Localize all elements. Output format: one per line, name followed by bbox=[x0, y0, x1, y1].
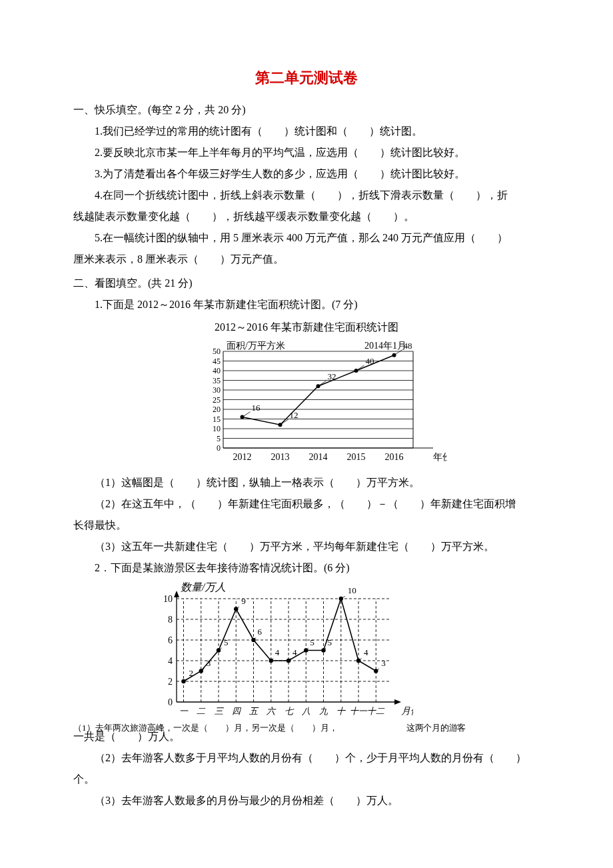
svg-text:八: 八 bbox=[301, 706, 310, 716]
q1-3: 3.为了清楚看出各个年级三好学生人数的多少，应选用（ ）统计图比较好。 bbox=[73, 163, 540, 185]
svg-point-39 bbox=[316, 384, 320, 388]
q2-2-1a: （1）去年两次旅游高峰，一次是（ ）月，另一次是（ ）月， bbox=[73, 719, 338, 737]
svg-text:10: 10 bbox=[213, 424, 221, 433]
svg-text:45: 45 bbox=[213, 357, 221, 366]
svg-text:48: 48 bbox=[404, 341, 412, 351]
q2-2: 2．下面是某旅游景区去年接待游客情况统计图。(6 分) bbox=[73, 557, 540, 579]
svg-text:6: 6 bbox=[168, 635, 173, 645]
svg-text:20: 20 bbox=[213, 405, 221, 414]
q1-4b: 线越陡表示数量变化越（ ），折线越平缓表示数量变化越（ ）。 bbox=[73, 206, 540, 227]
svg-text:2: 2 bbox=[168, 677, 173, 687]
q1-1: 1.我们已经学过的常用的统计图有（ ）统计图和（ ）统计图。 bbox=[73, 121, 540, 142]
q2-1-2a: （2）在这五年中，（ ）年新建住宅面积最多，（ ）－（ ）年新建住宅面积增 bbox=[73, 493, 540, 515]
svg-text:2012: 2012 bbox=[233, 452, 252, 462]
svg-text:5: 5 bbox=[310, 637, 314, 647]
svg-text:2014: 2014 bbox=[309, 452, 328, 462]
q2-1-3: （3）这五年一共新建住宅（ ）万平方米，平均每年新建住宅（ ）万平方米。 bbox=[73, 536, 540, 557]
svg-marker-49 bbox=[174, 591, 179, 597]
svg-text:5: 5 bbox=[328, 637, 332, 647]
q2-2-2a: （2）去年游客人数多于月平均人数的月份有（ ）个，少于月平均人数的月份有（ ） bbox=[73, 747, 540, 769]
svg-text:25: 25 bbox=[213, 395, 221, 405]
svg-text:一: 一 bbox=[179, 706, 189, 716]
svg-text:数量/万人: 数量/万人 bbox=[181, 581, 226, 593]
q2-2-1b: 这两个月的游客 bbox=[406, 719, 466, 737]
chart2: 0246810一二三四五六七八九十十一十二月份数量/万人235964455104… bbox=[147, 579, 540, 726]
svg-text:2016: 2016 bbox=[385, 452, 404, 462]
svg-text:50: 50 bbox=[213, 347, 221, 356]
svg-text:40: 40 bbox=[213, 366, 221, 375]
svg-text:32: 32 bbox=[328, 371, 336, 381]
svg-text:10: 10 bbox=[163, 594, 173, 604]
section-2-heading: 二、看图填空。(共 21 分) bbox=[73, 273, 540, 294]
svg-marker-51 bbox=[394, 699, 401, 705]
q1-5a: 5.在一幅统计图的纵轴中，用 5 厘米表示 400 万元产值，那么 240 万元… bbox=[73, 227, 540, 249]
chart1-title: 2012～2016 年某市新建住宅面积统计图 bbox=[73, 317, 540, 338]
q1-5b: 厘米来表示，8 厘米表示（ ）万元产值。 bbox=[73, 249, 540, 270]
q2-2-2b: 个。 bbox=[73, 769, 540, 790]
svg-text:0: 0 bbox=[168, 697, 173, 707]
q2-1: 1.下面是 2012～2016 年某市新建住宅面积统计图。(7 分) bbox=[73, 294, 540, 315]
svg-text:0: 0 bbox=[217, 443, 221, 453]
q2-2-3: （3）去年游客人数最多的月份与最少的月份相差（ ）万人。 bbox=[73, 790, 540, 811]
svg-text:五: 五 bbox=[249, 706, 259, 716]
svg-text:九: 九 bbox=[319, 706, 328, 716]
svg-text:4: 4 bbox=[168, 656, 173, 666]
svg-text:40: 40 bbox=[366, 356, 374, 366]
page-title: 第二单元测试卷 bbox=[73, 63, 540, 93]
svg-point-36 bbox=[279, 423, 283, 427]
svg-text:12: 12 bbox=[290, 410, 299, 420]
svg-line-46 bbox=[394, 350, 402, 355]
svg-text:9: 9 bbox=[241, 596, 246, 606]
svg-text:三: 三 bbox=[215, 706, 225, 716]
svg-text:5: 5 bbox=[224, 637, 229, 647]
svg-text:2013: 2013 bbox=[271, 452, 290, 462]
svg-text:六: 六 bbox=[266, 706, 277, 716]
svg-text:8: 8 bbox=[168, 615, 173, 625]
svg-text:15: 15 bbox=[213, 415, 221, 424]
svg-point-116 bbox=[339, 597, 343, 601]
svg-text:年份: 年份 bbox=[433, 452, 446, 462]
q1-2: 2.要反映北京市某一年上半年每月的平均气温，应选用（ ）统计图比较好。 bbox=[73, 142, 540, 163]
svg-text:2: 2 bbox=[189, 668, 194, 678]
svg-text:30: 30 bbox=[213, 385, 221, 395]
svg-text:16: 16 bbox=[252, 403, 261, 413]
section-1-heading: 一、快乐填空。(每空 2 分，共 20 分) bbox=[73, 99, 540, 121]
svg-text:月份: 月份 bbox=[401, 706, 413, 716]
svg-text:面积/万平方米: 面积/万平方米 bbox=[227, 341, 285, 351]
svg-text:十: 十 bbox=[336, 706, 346, 716]
svg-text:4: 4 bbox=[275, 647, 280, 657]
svg-text:2015: 2015 bbox=[347, 452, 366, 462]
svg-line-34 bbox=[243, 412, 251, 417]
chart1: 0510152025303540455020122013201420152016… bbox=[193, 338, 540, 472]
svg-text:2014年1月: 2014年1月 bbox=[364, 341, 406, 351]
svg-text:十二: 十二 bbox=[367, 706, 385, 716]
svg-text:四: 四 bbox=[232, 706, 242, 716]
svg-text:4: 4 bbox=[293, 647, 297, 657]
svg-text:35: 35 bbox=[213, 376, 221, 385]
svg-text:3: 3 bbox=[207, 658, 211, 668]
svg-text:10: 10 bbox=[348, 585, 356, 595]
q2-1-1: （1）这幅图是（ ）统计图，纵轴上一格表示（ ）万平方米。 bbox=[73, 472, 540, 493]
svg-text:二: 二 bbox=[197, 706, 206, 716]
svg-text:5: 5 bbox=[217, 434, 221, 443]
svg-text:十一: 十一 bbox=[350, 706, 368, 716]
svg-text:4: 4 bbox=[364, 647, 368, 657]
q1-4a: 4.在同一个折线统计图中，折线上斜表示数量（ ），折线下滑表示数量（ ），折 bbox=[73, 185, 540, 206]
q2-1-2b: 长得最快。 bbox=[73, 515, 540, 536]
svg-text:七: 七 bbox=[285, 706, 295, 716]
svg-text:3: 3 bbox=[381, 658, 386, 668]
svg-text:6: 6 bbox=[258, 627, 263, 637]
